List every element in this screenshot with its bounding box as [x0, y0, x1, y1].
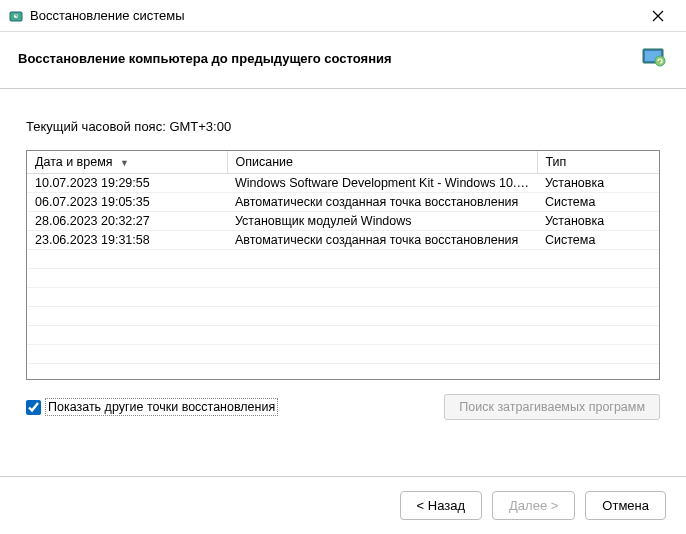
column-header-description[interactable]: Описание	[227, 151, 537, 174]
show-more-checkbox-wrap[interactable]: Показать другие точки восстановления	[26, 398, 278, 416]
restore-monitor-icon	[640, 44, 668, 72]
cell-desc: Автоматически созданная точка восстановл…	[227, 231, 537, 250]
show-more-checkbox[interactable]	[26, 400, 41, 415]
system-restore-icon	[8, 8, 24, 24]
titlebar: Восстановление системы	[0, 0, 686, 32]
cell-type: Система	[537, 231, 659, 250]
page-title: Восстановление компьютера до предыдущего…	[18, 51, 640, 66]
table-row[interactable]: 28.06.2023 20:32:27 Установщик модулей W…	[27, 212, 659, 231]
table-row[interactable]: 06.07.2023 19:05:35 Автоматически создан…	[27, 193, 659, 212]
cell-date: 28.06.2023 20:32:27	[27, 212, 227, 231]
table-row-empty	[27, 307, 659, 326]
cell-type: Установка	[537, 174, 659, 193]
window-title: Восстановление системы	[30, 8, 638, 23]
table-row-empty	[27, 288, 659, 307]
table-row-empty	[27, 326, 659, 345]
scan-affected-button: Поиск затрагиваемых программ	[444, 394, 660, 420]
table-row[interactable]: 10.07.2023 19:29:55 Windows Software Dev…	[27, 174, 659, 193]
timezone-label: Текущий часовой пояс: GMT+3:00	[26, 119, 660, 134]
cancel-button[interactable]: Отмена	[585, 491, 666, 520]
svg-point-4	[655, 56, 665, 66]
table-row-empty	[27, 345, 659, 364]
table-row[interactable]: 23.06.2023 19:31:58 Автоматически создан…	[27, 231, 659, 250]
back-button[interactable]: < Назад	[400, 491, 482, 520]
cell-date: 10.07.2023 19:29:55	[27, 174, 227, 193]
column-header-type[interactable]: Тип	[537, 151, 659, 174]
next-button: Далее >	[492, 491, 575, 520]
cell-type: Установка	[537, 212, 659, 231]
column-header-date[interactable]: Дата и время ▼	[27, 151, 227, 174]
cell-type: Система	[537, 193, 659, 212]
close-button[interactable]	[638, 2, 678, 30]
sort-desc-icon: ▼	[120, 158, 129, 168]
options-row: Показать другие точки восстановления Пои…	[26, 394, 660, 420]
table-row-empty	[27, 364, 659, 381]
header-section: Восстановление компьютера до предыдущего…	[0, 32, 686, 89]
cell-desc: Windows Software Development Kit - Windo…	[227, 174, 537, 193]
close-icon	[652, 10, 664, 22]
cell-date: 23.06.2023 19:31:58	[27, 231, 227, 250]
cell-desc: Автоматически созданная точка восстановл…	[227, 193, 537, 212]
restore-points-table[interactable]: Дата и время ▼ Описание Тип 10.07.2023 1…	[26, 150, 660, 380]
column-header-date-label: Дата и время	[35, 155, 113, 169]
show-more-label[interactable]: Показать другие точки восстановления	[45, 398, 278, 416]
cell-desc: Установщик модулей Windows	[227, 212, 537, 231]
footer: < Назад Далее > Отмена	[0, 476, 686, 534]
content-area: Текущий часовой пояс: GMT+3:00 Дата и вр…	[0, 89, 686, 432]
table-row-empty	[27, 250, 659, 269]
table-row-empty	[27, 269, 659, 288]
cell-date: 06.07.2023 19:05:35	[27, 193, 227, 212]
